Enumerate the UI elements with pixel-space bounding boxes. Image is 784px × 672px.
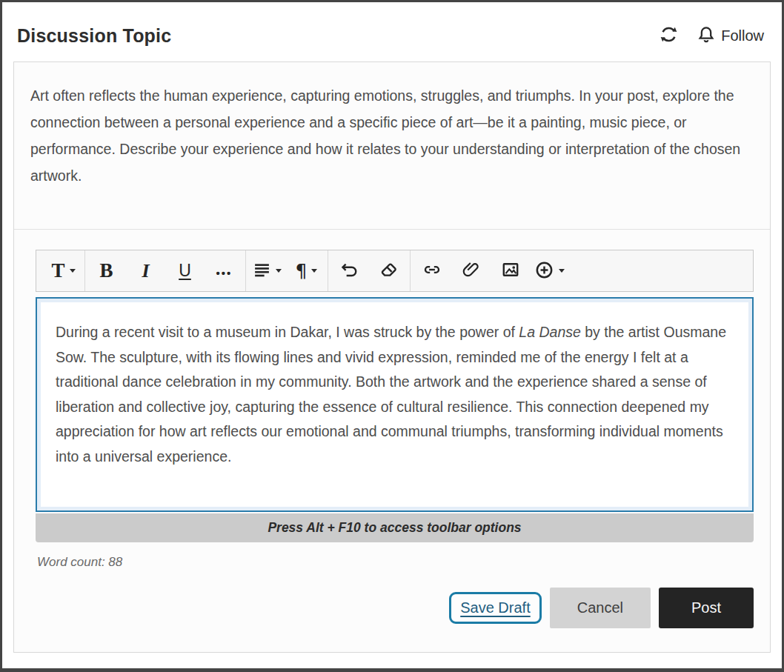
plus-circle-icon (534, 260, 554, 282)
undo-icon (340, 260, 359, 282)
paragraph-button[interactable]: ¶ (287, 250, 326, 291)
post-text: During a recent visit to a museum in Dak… (56, 320, 734, 469)
eraser-icon (379, 260, 399, 282)
editor-toolbar: T B I U ••• (36, 250, 754, 292)
image-icon (501, 260, 520, 282)
discussion-panel: Art often reflects the human experience,… (13, 61, 771, 653)
bold-icon: B (99, 259, 113, 282)
paperclip-icon (462, 260, 481, 282)
follow-button[interactable]: Follow (697, 25, 764, 47)
italic-artwork-title: La Danse (519, 324, 580, 340)
window-frame: Discussion Topic (0, 0, 784, 672)
italic-icon: I (142, 260, 149, 282)
align-button[interactable] (248, 250, 287, 291)
align-icon (253, 261, 271, 282)
image-button[interactable] (491, 250, 530, 291)
refresh-icon (659, 24, 679, 47)
attachment-button[interactable] (451, 250, 491, 291)
underline-button[interactable]: U (165, 250, 205, 291)
text-style-icon: T (51, 259, 64, 282)
link-button[interactable] (412, 250, 451, 291)
undo-button[interactable] (330, 250, 369, 291)
topic-description: Art often reflects the human experience,… (14, 62, 770, 230)
link-icon (422, 260, 442, 282)
header-actions: Follow (659, 24, 764, 47)
action-buttons: Save Draft Cancel Post (14, 570, 770, 652)
toolbar-hint-bar: Press Alt + F10 to access toolbar option… (36, 513, 754, 542)
chevron-down-icon (70, 269, 76, 273)
header: Discussion Topic (2, 2, 782, 61)
eraser-button[interactable] (369, 250, 408, 291)
page-title: Discussion Topic (17, 25, 171, 47)
word-count: Word count: 88 (37, 555, 770, 570)
refresh-button[interactable] (659, 24, 679, 47)
chevron-down-icon (311, 269, 317, 273)
save-draft-button[interactable]: Save Draft (460, 599, 530, 616)
follow-label: Follow (721, 27, 764, 44)
editor-content[interactable]: During a recent visit to a museum in Dak… (36, 297, 754, 512)
italic-button[interactable]: I (126, 250, 165, 291)
editor: T B I U ••• (14, 230, 770, 542)
bold-button[interactable]: B (87, 250, 126, 291)
text-style-button[interactable]: T (44, 250, 83, 291)
insert-button[interactable] (530, 250, 569, 291)
post-button[interactable]: Post (659, 588, 754, 628)
paragraph-icon: ¶ (296, 260, 308, 282)
chevron-down-icon (559, 269, 565, 273)
chevron-down-icon (276, 269, 282, 273)
bell-icon (697, 25, 716, 47)
more-options-button[interactable]: ••• (205, 250, 244, 291)
cancel-button[interactable]: Cancel (550, 588, 651, 628)
more-options-icon: ••• (216, 262, 233, 279)
underline-icon: U (179, 261, 191, 281)
save-draft-focus-ring: Save Draft (449, 592, 541, 624)
